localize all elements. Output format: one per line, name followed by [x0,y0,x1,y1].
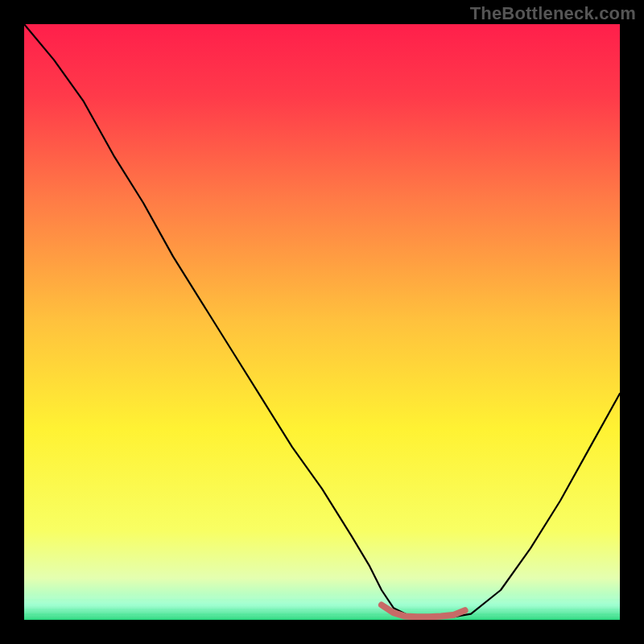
bottleneck-chart-svg [24,24,620,620]
bottom-band-stripe [24,615,620,618]
watermark-text: TheBottleneck.com [470,3,636,24]
gradient-background [24,24,620,620]
bottom-band-stripe [24,596,620,599]
plot-area [24,24,620,620]
chart-container: TheBottleneck.com [0,0,644,644]
bottom-band-stripe [24,610,620,613]
bottom-band-stripe [24,605,620,609]
bottom-band-stripe [24,601,620,604]
